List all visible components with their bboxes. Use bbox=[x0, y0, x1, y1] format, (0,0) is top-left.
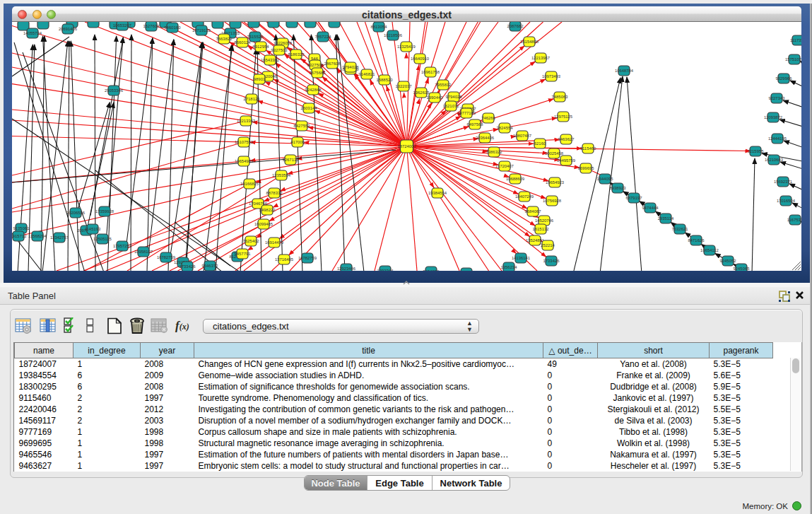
svg-text:20364436: 20364436 bbox=[476, 136, 495, 140]
svg-text:1990443: 1990443 bbox=[427, 95, 444, 100]
svg-text:3915712: 3915712 bbox=[12, 234, 26, 238]
svg-text:9794028: 9794028 bbox=[343, 65, 360, 69]
svg-text:18724007: 18724007 bbox=[397, 144, 416, 148]
svg-text:1145193: 1145193 bbox=[85, 227, 101, 231]
svg-text:8938923: 8938923 bbox=[610, 186, 627, 190]
svg-text:13226058: 13226058 bbox=[273, 41, 293, 45]
svg-text:20206536: 20206536 bbox=[66, 211, 86, 215]
svg-text:8912954: 8912954 bbox=[253, 45, 270, 49]
svg-text:9227343: 9227343 bbox=[769, 96, 786, 100]
svg-text:18407249: 18407249 bbox=[515, 194, 534, 199]
svg-text:16543382: 16543382 bbox=[261, 58, 279, 62]
svg-text:16107552: 16107552 bbox=[235, 140, 253, 144]
svg-text:10025458: 10025458 bbox=[545, 151, 564, 156]
svg-text:1167533: 1167533 bbox=[787, 218, 801, 222]
svg-text:9146821: 9146821 bbox=[359, 72, 375, 76]
svg-text:19654983: 19654983 bbox=[235, 159, 254, 163]
svg-text:9794028: 9794028 bbox=[446, 95, 463, 99]
svg-text:16099485: 16099485 bbox=[254, 222, 273, 226]
svg-text:19384554: 19384554 bbox=[428, 191, 447, 195]
svg-text:20691406: 20691406 bbox=[59, 27, 78, 31]
svg-text:9245052: 9245052 bbox=[720, 259, 736, 263]
svg-text:16210643: 16210643 bbox=[765, 158, 784, 162]
svg-text:9699695: 9699695 bbox=[578, 166, 595, 170]
svg-text:8878332: 8878332 bbox=[266, 191, 283, 195]
svg-text:1588520: 1588520 bbox=[377, 78, 394, 82]
svg-text:12342757: 12342757 bbox=[50, 235, 69, 240]
svg-text:10973493: 10973493 bbox=[542, 74, 561, 78]
svg-text:2718126: 2718126 bbox=[244, 97, 261, 101]
svg-text:9463627: 9463627 bbox=[558, 137, 575, 141]
svg-text:2867608: 2867608 bbox=[324, 62, 341, 66]
svg-text:15692371: 15692371 bbox=[774, 180, 792, 184]
svg-text:7485063: 7485063 bbox=[552, 95, 569, 99]
svg-text:12213967: 12213967 bbox=[531, 56, 550, 60]
svg-text:252214: 252214 bbox=[541, 243, 555, 247]
svg-text:98901: 98901 bbox=[254, 77, 265, 81]
svg-text:14495759: 14495759 bbox=[557, 158, 575, 163]
svg-text:16640910: 16640910 bbox=[411, 57, 430, 61]
svg-text:1621072: 1621072 bbox=[443, 104, 459, 108]
svg-text:7955812: 7955812 bbox=[435, 83, 452, 87]
svg-text:10756928: 10756928 bbox=[543, 199, 562, 203]
svg-text:9154236: 9154236 bbox=[423, 269, 440, 271]
svg-text:17016504: 17016504 bbox=[777, 199, 796, 203]
svg-text:9474444: 9474444 bbox=[642, 206, 659, 210]
svg-text:10218506: 10218506 bbox=[384, 33, 403, 37]
svg-text:16154808: 16154808 bbox=[520, 40, 539, 44]
svg-text:16914479: 16914479 bbox=[265, 240, 283, 245]
svg-text:13524851: 13524851 bbox=[526, 238, 544, 243]
svg-text:1733426: 1733426 bbox=[180, 264, 196, 269]
svg-text:10653267: 10653267 bbox=[113, 23, 131, 28]
svg-text:7632621: 7632621 bbox=[672, 227, 688, 231]
svg-text:9684067: 9684067 bbox=[525, 209, 541, 214]
svg-text:1356234: 1356234 bbox=[501, 265, 518, 269]
svg-text:1362615: 1362615 bbox=[413, 90, 430, 95]
svg-text:62160: 62160 bbox=[534, 141, 546, 146]
svg-text:19166825: 19166825 bbox=[240, 182, 259, 186]
svg-text:9115460: 9115460 bbox=[580, 146, 596, 151]
svg-text:9327503: 9327503 bbox=[271, 48, 288, 52]
svg-text:7515526: 7515526 bbox=[247, 35, 264, 39]
svg-text:10958107: 10958107 bbox=[134, 250, 153, 254]
svg-text:1733426: 1733426 bbox=[543, 259, 560, 263]
svg-text:2087682: 2087682 bbox=[507, 24, 524, 28]
svg-text:1498222: 1498222 bbox=[259, 208, 276, 212]
svg-text:7625402: 7625402 bbox=[243, 239, 259, 243]
svg-text:29053346: 29053346 bbox=[105, 88, 124, 93]
svg-text:14055724: 14055724 bbox=[23, 31, 42, 35]
svg-text:12213363: 12213363 bbox=[237, 119, 256, 123]
svg-text:12975125: 12975125 bbox=[554, 115, 573, 119]
svg-text:8427552: 8427552 bbox=[294, 124, 310, 128]
svg-text:10654112: 10654112 bbox=[700, 248, 719, 252]
svg-text:2603144: 2603144 bbox=[301, 106, 318, 110]
svg-text:9327508: 9327508 bbox=[307, 63, 324, 67]
svg-text:10648784: 10648784 bbox=[615, 69, 634, 73]
svg-text:1644095: 1644095 bbox=[597, 177, 614, 181]
svg-text:7857224: 7857224 bbox=[315, 35, 332, 39]
svg-text:16961758: 16961758 bbox=[421, 70, 440, 74]
svg-text:11720407: 11720407 bbox=[495, 164, 514, 168]
svg-text:14520746: 14520746 bbox=[535, 218, 554, 223]
svg-text:8471626: 8471626 bbox=[688, 238, 705, 243]
svg-text:7663822: 7663822 bbox=[216, 37, 233, 41]
svg-text:10688609: 10688609 bbox=[506, 177, 524, 181]
svg-text:9245065: 9245065 bbox=[734, 267, 751, 271]
svg-text:9457791: 9457791 bbox=[235, 252, 251, 256]
svg-text:14136141: 14136141 bbox=[512, 256, 530, 260]
svg-text:12093872: 12093872 bbox=[764, 115, 782, 119]
svg-text:17359928: 17359928 bbox=[95, 209, 114, 214]
svg-text:6879197: 6879197 bbox=[626, 196, 642, 200]
svg-text:9329966: 9329966 bbox=[776, 76, 793, 81]
svg-text:9546372: 9546372 bbox=[202, 264, 218, 268]
svg-text:10719135: 10719135 bbox=[192, 28, 211, 33]
svg-text:12353594: 12353594 bbox=[272, 173, 291, 177]
svg-text:12444195: 12444195 bbox=[768, 136, 787, 141]
svg-text:19777169: 19777169 bbox=[457, 111, 476, 115]
svg-text:19654923: 19654923 bbox=[546, 180, 565, 185]
svg-text:10807487: 10807487 bbox=[513, 134, 531, 138]
svg-text:9242848: 9242848 bbox=[305, 88, 322, 92]
svg-text:3824554: 3824554 bbox=[497, 126, 514, 130]
svg-text:16782759: 16782759 bbox=[157, 255, 175, 259]
svg-text:17957253: 17957253 bbox=[113, 244, 132, 248]
